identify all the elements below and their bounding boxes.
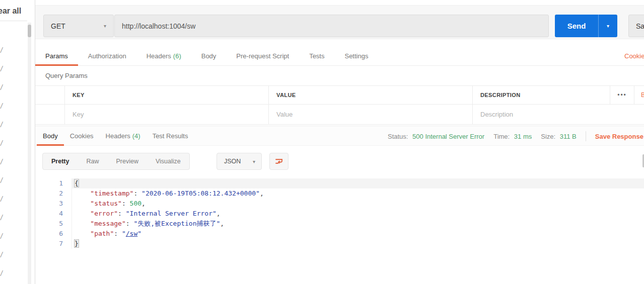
- time-badge: Time: 31 ms: [493, 133, 532, 140]
- tab-tests[interactable]: Tests: [299, 46, 334, 65]
- method-select[interactable]: GET ▾: [43, 15, 114, 37]
- history-item[interactable]: /: [1, 195, 3, 203]
- send-button[interactable]: Send: [555, 15, 598, 37]
- code-token: "2020-06-19T05:08:12.432+0000": [141, 190, 260, 197]
- code-token: "Internal Server Error": [126, 210, 217, 217]
- code-token: "error": [90, 210, 118, 217]
- code-token: :: [122, 200, 130, 207]
- code-token: ,: [217, 210, 221, 217]
- code-token: ,: [220, 220, 224, 227]
- response-tab-cookies[interactable]: Cookies: [64, 126, 100, 145]
- method-label: GET: [51, 22, 65, 30]
- code-line[interactable]: 5 "message": "失败,被Exception捕获了",: [35, 219, 644, 229]
- history-item[interactable]: /: [1, 46, 3, 54]
- history-item[interactable]: /: [1, 83, 3, 91]
- history-item[interactable]: /: [1, 65, 3, 73]
- code-line-content: "path": "/sw": [72, 229, 644, 239]
- sidebar-scrollbar-track: [28, 23, 31, 284]
- query-params-header-row: KEY VALUE DESCRIPTION ••• Bulk Edit: [35, 85, 644, 105]
- url-input[interactable]: http://localhost:1004/sw: [114, 15, 549, 37]
- tab-pre-request-script[interactable]: Pre-request Script: [226, 46, 299, 65]
- tab-params[interactable]: Params: [35, 46, 78, 65]
- code-token: {: [75, 179, 79, 187]
- value-input[interactable]: Value: [268, 105, 472, 124]
- code-line-content: "message": "失败,被Exception捕获了",: [72, 219, 644, 229]
- code-line[interactable]: 2 "timestamp": "2020-06-19T05:08:12.432+…: [35, 188, 644, 199]
- response-tab-test-results[interactable]: Test Results: [147, 126, 194, 145]
- response-body-code: 1{2 "timestamp": "2020-06-19T05:08:12.43…: [35, 178, 644, 249]
- history-list: /////////////: [1, 46, 3, 277]
- save-button[interactable]: Save: [628, 15, 644, 37]
- clear-all-button[interactable]: Clear all: [0, 7, 21, 16]
- code-token: :: [133, 190, 141, 197]
- key-input[interactable]: Key: [64, 105, 268, 124]
- line-number: 3: [35, 199, 72, 209]
- tab-body[interactable]: Body: [191, 46, 227, 65]
- view-tab-preview[interactable]: Preview: [107, 153, 147, 169]
- code-token: "status": [90, 200, 122, 207]
- code-line[interactable]: 3 "status": 500,: [35, 199, 644, 209]
- response-headers-count-badge: (4): [132, 132, 140, 140]
- history-item[interactable]: /: [1, 176, 3, 184]
- request-url-bar: GET ▾ http://localhost:1004/sw Send ▾ Sa…: [35, 5, 644, 39]
- code-line[interactable]: 1{: [35, 178, 644, 188]
- code-line[interactable]: 6 "path": "/sw": [35, 229, 644, 239]
- bulk-edit-link[interactable]: Bulk Edit: [634, 86, 644, 104]
- response-body-editor: 1{2 "timestamp": "2020-06-19T05:08:12.43…: [35, 176, 644, 284]
- code-token: [75, 200, 90, 207]
- code-token: [75, 230, 90, 237]
- tab-authorization[interactable]: Authorization: [78, 46, 136, 65]
- history-item[interactable]: /: [1, 102, 3, 110]
- code-token: "message": [90, 220, 125, 227]
- code-token: "失败,被Exception捕获了": [133, 220, 220, 227]
- response-section-header: Body Cookies Headers (4) Test Results St…: [35, 126, 644, 146]
- save-response-button[interactable]: Save Response: [595, 133, 643, 140]
- params-options-button[interactable]: •••: [610, 86, 634, 104]
- postman-app: { "icons": { "dropdown_caret": "▾", "men…: [0, 0, 644, 284]
- column-header-description: DESCRIPTION: [480, 92, 521, 98]
- history-item[interactable]: /: [1, 121, 3, 129]
- history-item[interactable]: /: [1, 139, 3, 147]
- wrap-lines-button[interactable]: [269, 153, 289, 170]
- sidebar-scrollbar-thumb[interactable]: [28, 25, 31, 37]
- history-item[interactable]: /: [1, 158, 3, 166]
- code-token: [75, 190, 90, 197]
- format-select[interactable]: JSON ▾: [217, 153, 262, 170]
- description-input[interactable]: Description: [472, 105, 610, 124]
- chevron-down-icon: ▾: [607, 23, 609, 29]
- code-token: ": [122, 230, 126, 237]
- view-tab-raw[interactable]: Raw: [78, 153, 107, 169]
- url-value: http://localhost:1004/sw: [122, 22, 195, 30]
- request-tabs: Params Authorization Headers (6) Body Pr…: [35, 46, 644, 66]
- code-token: :: [118, 210, 126, 217]
- path-link[interactable]: /sw: [126, 230, 137, 237]
- ellipsis-icon: •••: [617, 91, 627, 99]
- history-item[interactable]: /: [1, 232, 3, 240]
- query-params-input-row: Key Value Description: [35, 105, 644, 125]
- view-tab-visualize[interactable]: Visualize: [147, 153, 189, 169]
- view-mode-group: Pretty Raw Preview Visualize: [42, 153, 190, 170]
- code-token: 500: [130, 200, 141, 207]
- history-item[interactable]: /: [1, 214, 3, 222]
- history-item[interactable]: /: [1, 251, 3, 259]
- cookies-link[interactable]: Cookies: [624, 46, 644, 66]
- chevron-down-icon: ▾: [253, 159, 255, 164]
- send-options-button[interactable]: ▾: [598, 15, 617, 37]
- code-line[interactable]: 4 "error": "Internal Server Error",: [35, 209, 644, 219]
- response-tab-body[interactable]: Body: [37, 126, 64, 145]
- history-sidebar: Clear all /////////////: [0, 0, 35, 284]
- query-params-title: Query Params: [45, 72, 88, 79]
- request-panel: GET ▾ http://localhost:1004/sw Send ▾ Sa…: [35, 0, 644, 284]
- line-number: 6: [35, 229, 72, 239]
- view-tab-pretty[interactable]: Pretty: [43, 153, 78, 169]
- headers-count-badge: (6): [173, 52, 181, 60]
- code-token: ,: [141, 200, 146, 207]
- response-tab-headers[interactable]: Headers (4): [100, 126, 147, 145]
- tab-settings[interactable]: Settings: [334, 46, 378, 65]
- tab-headers[interactable]: Headers (6): [136, 46, 191, 65]
- history-item[interactable]: /: [1, 269, 3, 277]
- column-header-key: KEY: [73, 92, 85, 98]
- code-token: [75, 220, 90, 227]
- code-line[interactable]: 7}: [35, 239, 644, 249]
- code-line-content: {: [72, 178, 644, 188]
